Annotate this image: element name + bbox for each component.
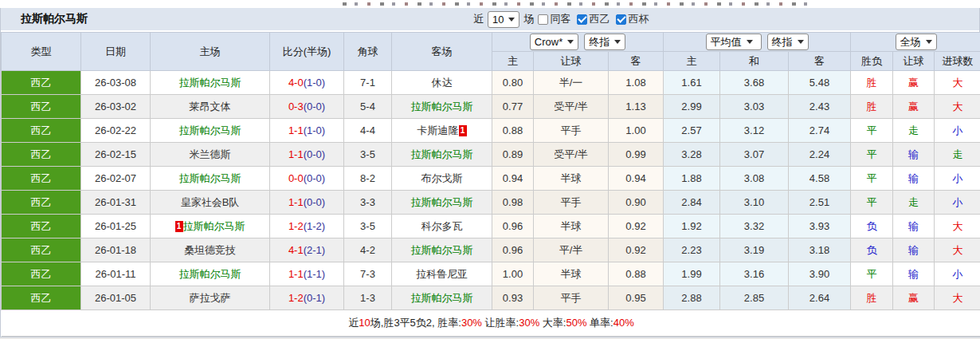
chevron-down-icon [926,40,932,44]
result-winlose: 平 [851,191,893,215]
home-team-cell: 拉斯帕尔马斯 [151,262,270,286]
league-badge: 西乙 [2,286,81,310]
red-card-badge: 1 [175,221,183,232]
odds-away: 1.13 [609,95,664,119]
odds-home: 0.98 [492,191,534,215]
halftime-score: (0-0) [304,172,325,184]
odds-stage-select[interactable]: 终指 [584,34,625,50]
odds-away: 0.88 [609,262,664,286]
away-team-name[interactable]: 拉斯帕尔马斯 [411,101,473,112]
home-team-name[interactable]: 拉斯帕尔马斯 [183,220,245,232]
filter-checkbox-同客[interactable]: 同客 [538,12,570,26]
fulltime-score: 0-3 [288,101,304,112]
fulltime-score: 0-0 [288,172,304,184]
home-team-name[interactable]: 米兰德斯 [190,148,231,160]
fulltime-score: 1-1 [288,124,304,136]
sub-header-handicap: 让球 [534,52,609,71]
league-badge: 西乙 [2,143,81,167]
away-team-name[interactable]: 拉斯帕尔马斯 [411,292,473,304]
away-team-name[interactable]: 科尔多瓦 [421,220,463,232]
away-team-cell: 拉斯帕尔马斯 [392,286,492,310]
checkbox-checked-icon[interactable] [616,14,626,25]
odds-handicap: 半球 [534,215,609,238]
odds-home: 0.93 [492,286,534,310]
title-bar: 拉斯帕尔马斯 近 10 场 同客西乙西杯 [1,8,979,32]
away-team-name[interactable]: 休达 [432,77,453,89]
avg-away: 5.48 [789,71,851,95]
summary-segment: 近 [348,317,359,329]
home-team-cell: 莱昂文体 [151,95,270,119]
bookmaker-select[interactable]: Crow* [530,34,578,50]
result-winlose: 平 [851,262,893,286]
away-team-name[interactable]: 布尔戈斯 [421,172,463,184]
league-badge: 西乙 [2,215,81,238]
away-team-cell: 卡斯迪隆1 [392,119,492,143]
home-team-name[interactable]: 拉斯帕尔马斯 [179,124,241,136]
col-header-type: 类型 [2,33,81,71]
corner-count: 3-5 [344,215,392,238]
away-team-name[interactable]: 拉斯帕尔马斯 [411,244,473,256]
result-scope-select[interactable]: 全场 [896,34,937,50]
avg-away: 2.64 [789,286,851,310]
result-handicap: 走 [893,119,935,143]
avg-away: 3.93 [789,215,851,238]
odds-home: 0.96 [492,238,534,262]
match-date: 26-01-25 [81,215,151,238]
result-goals: 大 [935,286,980,310]
home-team-name[interactable]: 拉斯帕尔马斯 [179,172,241,184]
checkbox-checked-icon[interactable] [577,14,587,25]
away-team-name[interactable]: 拉斯帕尔马斯 [411,148,473,160]
filter-bar: 近 10 场 同客西乙西杯 [473,8,649,30]
bookmaker-select-value: Crow* [535,36,563,48]
fulltime-score: 1-1 [288,196,304,208]
away-team-name[interactable]: 拉科鲁尼亚 [416,268,468,280]
result-group-header: 全场 [851,33,980,52]
match-row: 西乙26-03-08拉斯帕尔马斯4-0(1-0)7-1休达0.80半/一1.08… [2,71,980,95]
halftime-score: (1-0) [304,124,325,136]
result-goals: 小 [935,191,980,215]
avg-draw: 3.68 [720,71,789,95]
result-handicap: 输 [893,262,935,286]
match-date: 26-03-02 [81,95,151,119]
away-team-cell: 拉斯帕尔马斯 [392,191,492,215]
summary-segment: 大率: [539,317,566,329]
odds-home: 0.77 [492,95,534,119]
result-handicap: 赢 [893,95,935,119]
sub-header-goals: 进球数 [935,52,980,71]
checkbox-unchecked-icon[interactable] [538,14,548,25]
avg-home: 1.88 [664,167,720,191]
result-handicap: 走 [893,191,935,215]
fulltime-score: 1-2 [288,292,304,304]
home-team-cell: 1拉斯帕尔马斯 [151,215,270,238]
fulltime-score: 1-1 [288,148,304,160]
home-team-name[interactable]: 桑坦德竞技 [184,244,236,256]
odds-handicap: 半球 [534,167,609,191]
score-cell: 1-2(1-2) [270,215,344,238]
filter-checkbox-西乙[interactable]: 西乙 [577,12,610,26]
average-select[interactable]: 平均值 [706,34,762,50]
away-team-cell: 休达 [392,71,492,95]
score-cell: 1-1(1-0) [270,119,344,143]
avg-away: 3.90 [789,262,851,286]
match-row: 西乙26-02-15米兰德斯1-1(0-0)3-5拉斯帕尔马斯0.89受平/半0… [2,143,980,167]
home-team-name[interactable]: 皇家社会B队 [181,196,240,208]
average-stage-select-value: 终指 [772,35,793,49]
away-team-name[interactable]: 卡斯迪隆 [417,124,459,136]
match-row: 西乙26-01-11拉斯帕尔马斯1-1(1-1)7-3拉科鲁尼亚1.00半球0.… [2,262,980,286]
filter-checkbox-西杯[interactable]: 西杯 [616,12,649,26]
average-stage-select[interactable]: 终指 [767,34,809,50]
away-team-name[interactable]: 拉斯帕尔马斯 [411,196,473,208]
avg-draw: 3.10 [720,191,789,215]
corner-count: 7-1 [344,71,392,95]
page: 拉斯帕尔马斯 近 10 场 同客西乙西杯 类型 日期 [0,0,980,339]
odds-away: 0.90 [609,191,664,215]
home-team-name[interactable]: 萨拉戈萨 [190,292,231,304]
home-team-name[interactable]: 拉斯帕尔马斯 [179,268,241,280]
league-badge: 西乙 [2,167,81,191]
home-team-cell: 米兰德斯 [151,143,270,167]
odds-handicap: 平手 [534,286,609,310]
home-team-name[interactable]: 拉斯帕尔马斯 [179,77,241,89]
recent-count-select[interactable]: 10 [488,11,519,28]
match-row: 西乙26-01-251拉斯帕尔马斯1-2(1-2)3-5科尔多瓦0.96半球0.… [2,215,980,238]
home-team-name[interactable]: 莱昂文体 [190,101,231,112]
